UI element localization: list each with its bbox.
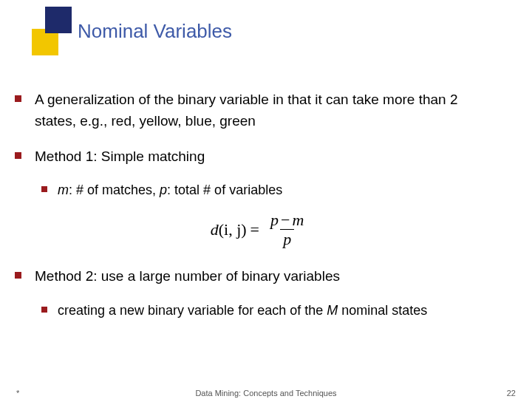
formula-args: (i, j) (219, 220, 247, 239)
page-number: 22 (507, 389, 516, 398)
footer-center: Data Mining: Concepts and Techniques (0, 389, 532, 398)
bullet-text: creating a new binary variable for each … (58, 301, 427, 321)
sub-bullet-item: m: # of matches, p: total # of variables (41, 180, 502, 201)
decor-navy-square (45, 7, 72, 33)
fraction: p−m p (267, 211, 307, 248)
bullet-square-icon (41, 186, 47, 192)
slide-content: A generalization of the binary variable … (15, 89, 502, 332)
text-fragment: : total # of variables (167, 183, 282, 197)
bullet-item: A generalization of the binary variable … (15, 89, 502, 132)
var-m: m (292, 211, 304, 229)
denominator: p (280, 229, 294, 248)
formula: d(i, j) = p−m p (211, 211, 307, 248)
var-M: M (327, 303, 338, 318)
bullet-text: A generalization of the binary variable … (35, 89, 502, 132)
formula-d: d (211, 220, 219, 239)
text-fragment: nominal states (338, 303, 427, 318)
text-fragment: creating a new binary variable for each … (58, 303, 327, 318)
bullet-text: Method 1: Simple matching (35, 146, 205, 167)
bullet-item: Method 2: use a large number of binary v… (15, 265, 502, 287)
bullet-square-icon (15, 152, 21, 159)
bullet-text: Method 2: use a large number of binary v… (35, 265, 340, 287)
var-p: p (160, 183, 167, 197)
bullet-square-icon (15, 95, 21, 102)
bullet-item: Method 1: Simple matching (15, 146, 502, 167)
text-fragment: : # of matches, (69, 183, 160, 197)
bullet-square-icon (41, 307, 47, 313)
sub-bullet-item: creating a new binary variable for each … (41, 301, 502, 321)
bullet-text: m: # of matches, p: total # of variables (58, 180, 282, 201)
minus-sign: − (279, 211, 292, 229)
equals-sign: = (247, 220, 263, 239)
formula-block: d(i, j) = p−m p (15, 211, 502, 248)
var-p: p (270, 211, 279, 229)
var-m: m (58, 183, 69, 197)
bullet-square-icon (15, 272, 21, 279)
slide-title: Nominal Variables (78, 20, 232, 43)
numerator: p−m (267, 211, 307, 229)
